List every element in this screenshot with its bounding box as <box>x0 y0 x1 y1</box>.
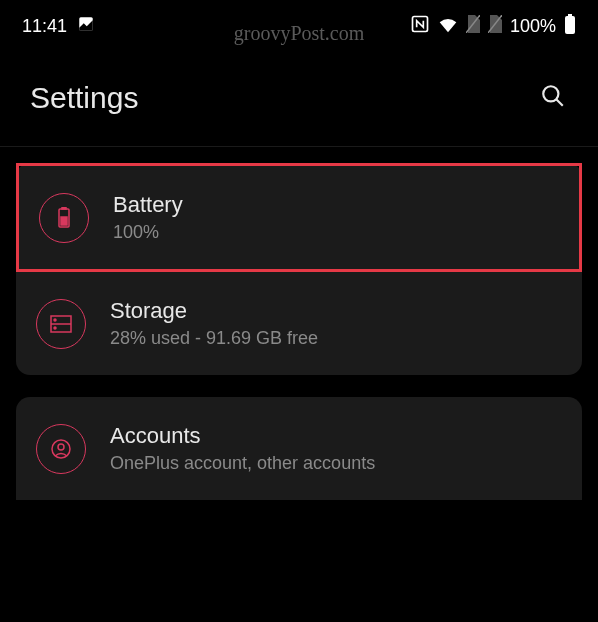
sim-disabled-icon-2 <box>488 15 502 38</box>
svg-point-13 <box>54 319 56 321</box>
svg-point-14 <box>54 327 56 329</box>
header: Settings <box>0 49 598 146</box>
content-area: Battery 100% Storage 28% used - 91.69 GB… <box>0 147 598 538</box>
battery-percent: 100% <box>510 16 556 37</box>
search-icon <box>540 97 566 112</box>
settings-card-1: Battery 100% Storage 28% used - 91.69 GB… <box>16 163 582 375</box>
accounts-subtitle: OnePlus account, other accounts <box>110 453 562 474</box>
svg-rect-5 <box>565 16 575 34</box>
storage-icon-circle <box>36 299 86 349</box>
svg-point-6 <box>543 86 558 101</box>
search-button[interactable] <box>536 79 570 116</box>
image-icon <box>77 15 95 38</box>
nfc-icon <box>410 14 430 39</box>
settings-card-2: Accounts OnePlus account, other accounts <box>16 397 582 500</box>
wifi-icon <box>438 15 458 38</box>
sim-disabled-icon-1 <box>466 15 480 38</box>
svg-rect-10 <box>61 217 67 225</box>
accounts-item[interactable]: Accounts OnePlus account, other accounts <box>16 397 582 500</box>
accounts-icon-circle <box>36 424 86 474</box>
battery-icon-circle <box>39 193 89 243</box>
battery-icon <box>564 14 576 39</box>
storage-title: Storage <box>110 298 562 324</box>
storage-item[interactable]: Storage 28% used - 91.69 GB free <box>16 272 582 375</box>
battery-subtitle: 100% <box>113 222 559 243</box>
storage-subtitle: 28% used - 91.69 GB free <box>110 328 562 349</box>
battery-title: Battery <box>113 192 559 218</box>
svg-point-16 <box>58 444 64 450</box>
battery-item[interactable]: Battery 100% <box>16 163 582 272</box>
status-time: 11:41 <box>22 16 67 37</box>
status-bar: 11:41 100% <box>0 0 598 49</box>
accounts-title: Accounts <box>110 423 562 449</box>
svg-rect-4 <box>568 14 572 16</box>
svg-line-7 <box>556 99 563 106</box>
page-title: Settings <box>30 81 138 115</box>
